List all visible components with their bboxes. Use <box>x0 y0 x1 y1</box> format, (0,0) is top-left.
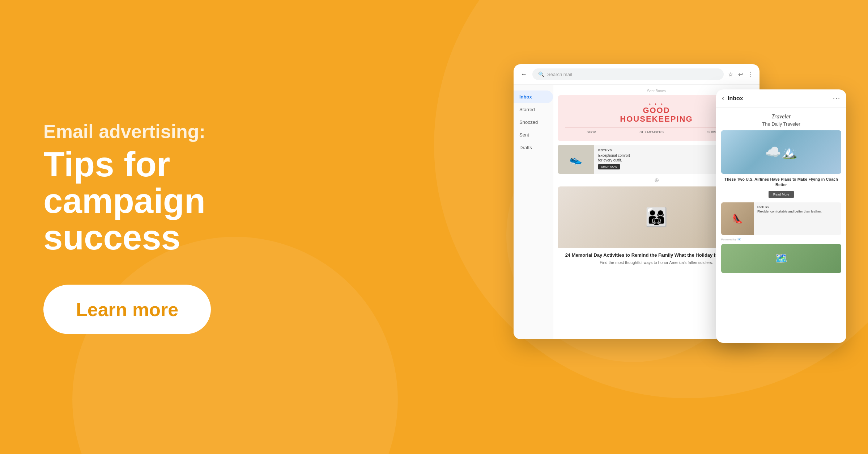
sidebar-item-inbox[interactable]: Inbox <box>514 91 553 103</box>
read-more-button[interactable]: Read More <box>769 191 794 198</box>
traveler-ad-text: ROTHYS Flexible, comfortable and better … <box>754 202 841 235</box>
traveler-shoe-image: 👠 <box>721 202 754 235</box>
email-sidebar: Inbox Starred Snoozed Sent Drafts <box>514 85 553 339</box>
left-section: Email advertising: Tips for campaignsucc… <box>43 120 297 334</box>
sidebar-item-drafts[interactable]: Drafts <box>514 141 553 154</box>
secondary-header: ‹ Inbox ··· <box>716 89 846 108</box>
shoe-image: 👟 <box>558 145 594 174</box>
learn-more-button[interactable]: Learn more <box>43 285 211 334</box>
star-icon[interactable]: ☆ <box>728 71 733 78</box>
back-button[interactable]: ← <box>519 70 528 79</box>
reply-icon[interactable]: ↩ <box>738 71 743 78</box>
traveler-ad-desc: Flexible, comfortable and better than le… <box>757 209 838 214</box>
more-icon[interactable]: ⋮ <box>748 71 754 78</box>
traveler-shoe-ad: 👠 ROTHYS Flexible, comfortable and bette… <box>721 202 841 235</box>
search-bar[interactable]: 🔍 Search mail <box>532 68 724 80</box>
secondary-inbox-label: Inbox <box>728 95 829 102</box>
traveler-section-title: The Daily Traveler <box>721 121 841 127</box>
gh-members[interactable]: GH+ MEMBERS <box>639 130 664 134</box>
page-title: Tips for campaignsuccess <box>43 146 297 256</box>
right-section: ← 🔍 Search mail ☆ ↩ ⋮ Inbox Starred Snoo… <box>514 46 846 408</box>
secondary-content: Traveler The Daily Traveler ☁️🏔️ These T… <box>716 108 846 279</box>
traveler-article-title: These Two U.S. Airlines Have Plans to Ma… <box>721 177 841 188</box>
search-placeholder: Search mail <box>547 72 572 77</box>
screenshot-toolbar: ← 🔍 Search mail ☆ ↩ ⋮ <box>514 64 760 85</box>
toolbar-icons: ☆ ↩ ⋮ <box>728 71 754 78</box>
traveler-ad-brand: ROTHYS <box>757 205 838 209</box>
sidebar-item-snoozed[interactable]: Snoozed <box>514 116 553 129</box>
shop-now-button[interactable]: SHOP NOW <box>598 164 620 169</box>
subtitle: Email advertising: <box>43 120 297 143</box>
traveler-hero-image: ☁️🏔️ <box>721 130 841 174</box>
sidebar-item-starred[interactable]: Starred <box>514 103 553 116</box>
secondary-screenshot: ‹ Inbox ··· Traveler The Daily Traveler … <box>716 89 846 343</box>
sidebar-item-sent[interactable]: Sent <box>514 129 553 141</box>
divider-icon: ⊕ <box>654 177 659 184</box>
gh-shop[interactable]: SHOP <box>587 130 596 134</box>
traveler-logo: Traveler <box>721 113 841 120</box>
traveler-topo-image: 🗺️ <box>721 244 841 273</box>
secondary-back-button[interactable]: ‹ <box>722 94 724 102</box>
search-icon: 🔍 <box>538 71 544 77</box>
secondary-more-button[interactable]: ··· <box>833 94 841 102</box>
banner: Email advertising: Tips for campaignsucc… <box>0 0 868 454</box>
traveler-powered-by: Powered by 📧 <box>721 238 841 241</box>
